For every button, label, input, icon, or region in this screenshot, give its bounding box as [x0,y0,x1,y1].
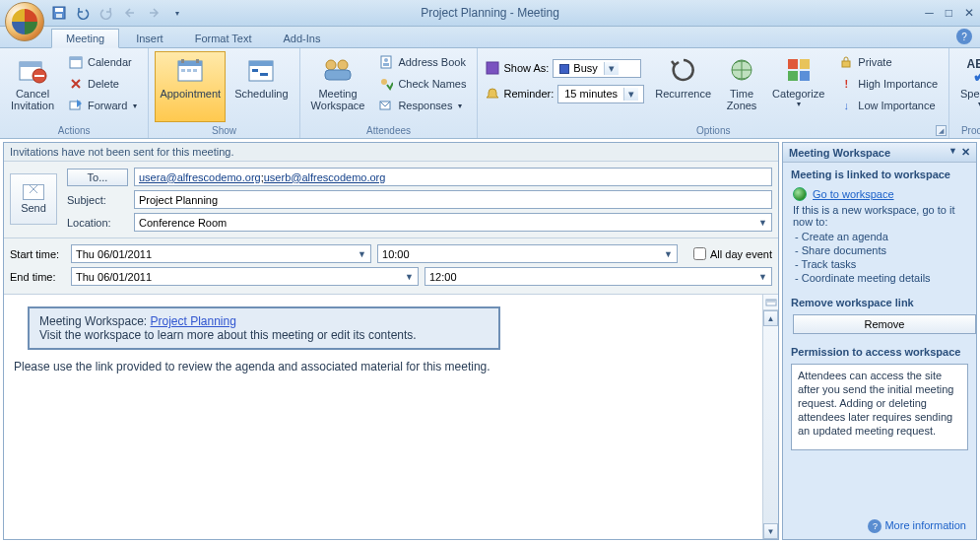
info-bar: Invitations have not been sent for this … [4,143,778,162]
responses-button[interactable]: Responses▾ [373,95,471,116]
remove-button[interactable]: Remove [793,314,976,334]
high-importance-button[interactable]: !High Importance [833,73,943,95]
to-button[interactable]: To... [67,169,128,186]
end-time-field[interactable]: 12:00▼ [425,267,772,286]
vertical-scrollbar[interactable]: ▲ ▼ [762,295,778,539]
tab-meeting[interactable]: Meeting [51,29,119,48]
address-book-button[interactable]: Address Book [373,51,471,73]
help-icon[interactable]: ? [956,29,972,44]
delete-button[interactable]: Delete [63,73,142,95]
check-names-button[interactable]: Check Names [373,73,471,95]
chevron-down-icon[interactable]: ▼ [660,249,673,259]
message-body[interactable]: Meeting Workspace: Project Planning Visi… [4,295,762,539]
svg-rect-8 [70,57,82,60]
cancel-invitation-button[interactable]: Cancel Invitation [6,51,59,122]
end-time-value: 12:00 [429,271,457,283]
private-button[interactable]: Private [833,51,943,73]
tab-add-ins[interactable]: Add-Ins [269,29,336,47]
all-day-label: All day event [710,248,772,260]
appointment-button[interactable]: Appointment [155,51,226,122]
group-options-label: Options [484,123,943,138]
svg-rect-29 [487,62,498,74]
workspace-link[interactable]: Project Planning [151,314,236,328]
time-zones-icon [726,54,757,86]
ruler-toggle-icon[interactable] [763,295,778,310]
location-field[interactable]: Conference Room▼ [134,213,772,232]
spelling-button[interactable]: ABC✔ Spelling▾ [955,51,980,122]
categorize-button[interactable]: Categorize▾ [767,51,829,122]
group-actions-label: Actions [6,123,142,138]
chevron-down-icon[interactable]: ▼ [754,218,767,228]
forward-button[interactable]: Forward▾ [63,95,142,116]
lock-icon [838,54,854,70]
svg-rect-2 [56,14,62,18]
qat-customize-icon[interactable]: ▾ [169,5,185,21]
previous-item-icon[interactable] [122,5,138,21]
quick-access-toolbar: ▾ [51,5,185,21]
delete-icon [68,76,84,92]
office-button[interactable] [5,2,44,41]
end-date-field[interactable]: Thu 06/01/2011▼ [71,267,419,286]
low-importance-icon: ↓ [838,98,854,113]
meeting-workspace-button[interactable]: Meeting Workspace [306,51,370,122]
group-proofing: ABC✔ Spelling▾ Proofing [949,48,980,138]
low-importance-button[interactable]: ↓Low Importance [833,95,943,116]
svg-rect-4 [20,62,41,67]
more-information-link[interactable]: More information [884,519,966,531]
redo-icon[interactable] [98,5,114,21]
pane-dropdown-icon[interactable]: ▼ [948,146,957,159]
subject-field[interactable]: Project Planning [134,190,772,209]
spelling-icon: ABC✔ [964,54,980,86]
remove-heading: Remove workspace link [783,291,976,310]
recurrence-label: Recurrence [655,88,711,100]
scheduling-button[interactable]: Scheduling [229,51,293,122]
forward-label: Forward [88,100,127,111]
svg-point-25 [384,58,388,62]
tab-insert[interactable]: Insert [121,29,178,47]
recurrence-button[interactable]: Recurrence [650,51,716,122]
show-as-label: Show As: [503,62,549,74]
address-book-icon [378,54,394,70]
subject-label: Subject: [67,194,128,206]
globe-icon [793,187,807,201]
categorize-icon [783,54,815,86]
envelope-icon [23,184,44,200]
calendar-icon [68,54,84,70]
meeting-form: Invitations have not been sent for this … [3,142,779,540]
close-button[interactable]: ✕ [964,6,974,20]
chevron-down-icon[interactable]: ▼ [754,272,767,282]
recipient-a[interactable]: usera@alfrescodemo.org [139,171,261,183]
chevron-down-icon[interactable]: ▼ [354,249,366,259]
calendar-button[interactable]: Calendar [63,51,142,73]
tab-format-text[interactable]: Format Text [180,29,267,47]
time-zones-button[interactable]: Time Zones [720,51,763,122]
start-time-field[interactable]: 10:00▼ [377,244,678,263]
scroll-down-button[interactable]: ▼ [763,523,778,539]
appointment-icon [174,54,206,86]
svg-point-21 [326,60,336,70]
start-date-value: Thu 06/01/2011 [76,248,152,260]
pane-close-icon[interactable]: ✕ [961,146,970,159]
recipient-b[interactable]: userb@alfrescodemo.org [264,171,386,183]
save-icon[interactable] [51,5,67,21]
end-time-label: End time: [4,271,65,283]
show-as-combo[interactable]: Busy▾ [553,59,641,78]
options-dialog-launcher[interactable]: ◢ [936,125,947,136]
svg-rect-26 [383,63,389,66]
all-day-checkbox[interactable]: All day event [693,247,772,260]
undo-icon[interactable] [75,5,91,21]
svg-rect-23 [325,70,351,80]
start-date-field[interactable]: Thu 06/01/2011▼ [71,244,371,263]
next-item-icon[interactable] [146,5,162,21]
chevron-down-icon[interactable]: ▼ [401,272,414,282]
maximize-button[interactable]: □ [946,6,952,20]
send-button[interactable]: Send [10,173,57,225]
tip-coordinate: Coordinate meeting details [795,271,966,285]
reminder-combo[interactable]: 15 minutes▾ [557,85,644,103]
start-time-value: 10:00 [382,248,410,260]
to-field[interactable]: usera@alfrescodemo.org; userb@alfrescode… [134,168,772,186]
go-to-workspace-link[interactable]: Go to workspace [813,188,894,200]
group-show-label: Show [155,123,293,138]
minimize-button[interactable]: ─ [925,6,934,20]
forward-icon [68,98,84,113]
